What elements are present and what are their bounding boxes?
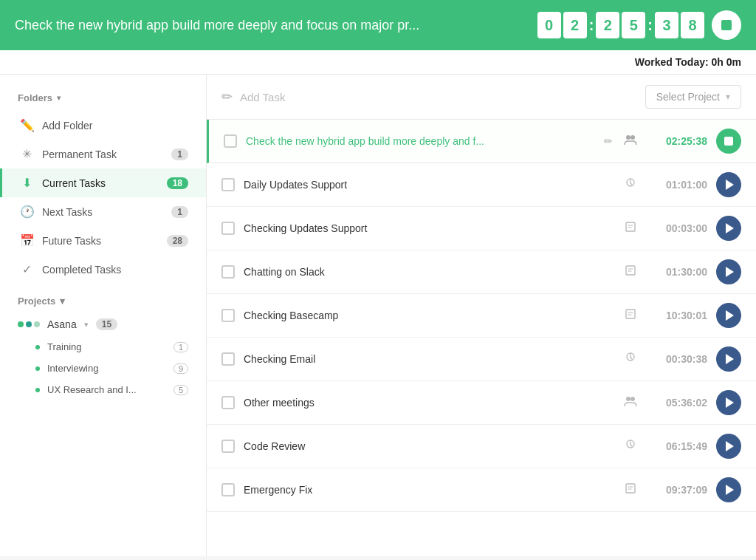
task-type-icon [622, 308, 639, 323]
task-checkbox[interactable] [221, 178, 235, 191]
active-task-checkbox[interactable] [224, 134, 237, 148]
play-button[interactable] [716, 259, 741, 284]
play-button[interactable] [716, 216, 741, 241]
interviewing-label: Interviewing [47, 363, 166, 374]
task-checkbox[interactable] [221, 352, 235, 366]
sidebar-sub-training[interactable]: Training 1 [0, 336, 206, 358]
table-row: Chatting on Slack 01:30:00 [207, 250, 756, 294]
sidebar-sub-interviewing[interactable]: Interviewing 9 [0, 358, 206, 379]
sidebar-item-current-tasks[interactable]: ⬇ Current Tasks 18 [0, 168, 206, 197]
sidebar-item-next-tasks[interactable]: 🕐 Next Tasks 1 [0, 197, 206, 226]
task-type-icon [622, 439, 639, 454]
task-name: Daily Updates Support [244, 179, 613, 191]
select-project-button[interactable]: Select Project ▾ [645, 85, 741, 109]
add-folder-label: Add Folder [42, 120, 188, 132]
folders-chevron-icon: ▾ [57, 94, 61, 102]
folders-label: Folders [18, 92, 52, 103]
active-task-name: Check the new hybrid app build more deep… [246, 135, 595, 147]
sidebar-item-completed-tasks[interactable]: ✓ Completed Tasks [0, 255, 206, 284]
table-row: Emergency Fix 09:37:09 [207, 468, 756, 512]
task-name: Code Review [244, 440, 613, 452]
digit-1: 2 [563, 12, 587, 38]
training-badge: 1 [173, 342, 188, 352]
play-button[interactable] [716, 434, 741, 459]
play-icon [726, 267, 734, 277]
svg-point-5 [626, 397, 630, 401]
task-checkbox[interactable] [221, 483, 235, 496]
main-content: ✏ Add Task Select Project ▾ Check the ne… [207, 75, 756, 556]
next-tasks-icon: 🕐 [20, 205, 33, 219]
task-time: 10:30:01 [648, 310, 707, 321]
task-type-icon [622, 264, 639, 279]
training-dot-icon [35, 345, 40, 349]
completed-tasks-icon: ✓ [20, 262, 33, 276]
task-type-icon [622, 482, 639, 497]
sidebar-item-permanent-task[interactable]: ✳ Permanent Task 1 [0, 140, 206, 168]
play-button[interactable] [716, 346, 741, 372]
sidebar-item-add-folder[interactable]: ✏️ Add Folder [0, 111, 206, 140]
play-icon [726, 485, 734, 495]
play-button[interactable] [716, 477, 741, 502]
table-row: Checking Basecamp 10:30:01 [207, 294, 756, 338]
current-tasks-badge: 18 [167, 177, 188, 189]
permanent-task-icon: ✳ [20, 147, 33, 161]
permanent-task-badge: 1 [171, 148, 188, 160]
current-tasks-label: Current Tasks [42, 177, 158, 189]
digit-4: 3 [655, 12, 678, 38]
projects-section-header: Projects ▾ [0, 284, 206, 313]
next-tasks-badge: 1 [171, 206, 188, 218]
sidebar-sub-ux-research[interactable]: UX Research and I... 5 [0, 379, 206, 400]
worked-today-label: Worked Today: [635, 56, 709, 68]
svg-point-6 [630, 397, 635, 401]
task-checkbox[interactable] [221, 265, 235, 279]
table-row: Code Review 06:15:49 [207, 425, 756, 468]
task-name: Checking Basecamp [244, 310, 613, 321]
task-time: 00:03:00 [648, 222, 707, 234]
task-checkbox[interactable] [221, 396, 235, 409]
task-time: 05:36:02 [648, 397, 707, 409]
svg-point-1 [630, 135, 635, 140]
task-name: Checking Updates Support [244, 222, 613, 234]
add-task-input[interactable]: Add Task [240, 91, 285, 103]
task-time: 06:15:49 [648, 440, 707, 452]
task-checkbox[interactable] [221, 440, 235, 453]
future-tasks-icon: 📅 [20, 233, 33, 247]
task-time: 01:01:00 [648, 179, 707, 191]
digit-2: 2 [596, 12, 619, 38]
play-button[interactable] [716, 390, 741, 415]
stop-button-header[interactable] [712, 10, 741, 40]
table-row: Checking Updates Support 00:03:00 [207, 207, 756, 250]
task-type-icon [622, 177, 639, 192]
table-row: Other meetings 05:36:02 [207, 381, 756, 425]
task-time: 00:30:38 [648, 353, 707, 365]
sidebar-item-future-tasks[interactable]: 📅 Future Tasks 28 [0, 226, 206, 255]
task-toolbar: ✏ Add Task Select Project ▾ [207, 75, 756, 120]
ux-research-label: UX Research and I... [47, 384, 166, 395]
active-task-row: Check the new hybrid app build more deep… [207, 120, 756, 163]
active-task-group-icon [622, 133, 639, 149]
play-icon [726, 310, 734, 321]
projects-label: Projects [18, 296, 55, 307]
sep-2: : [647, 17, 653, 34]
play-button[interactable] [716, 172, 741, 197]
active-task-stop-button[interactable] [716, 129, 741, 154]
task-list: Check the new hybrid app build more deep… [207, 120, 756, 556]
sidebar-item-asana[interactable]: Asana ▾ 15 [0, 313, 206, 336]
task-time: 01:30:00 [648, 266, 707, 278]
current-tasks-icon: ⬇ [20, 176, 33, 190]
timer-digits: 0 2 : 2 5 : 3 8 [537, 12, 704, 38]
pencil-icon: ✏ [221, 89, 233, 105]
asana-chevron-icon: ▾ [84, 320, 89, 329]
active-task-edit-icon[interactable]: ✏ [604, 135, 613, 147]
stop-icon [724, 137, 733, 146]
svg-point-0 [626, 135, 630, 140]
digit-0: 0 [537, 12, 561, 38]
task-checkbox[interactable] [221, 222, 235, 235]
header: Check the new hybrid app build more deep… [0, 0, 756, 50]
add-task-area[interactable]: ✏ Add Task [221, 89, 633, 105]
play-button[interactable] [716, 303, 741, 328]
select-project-chevron-icon: ▾ [726, 92, 730, 102]
play-icon [726, 354, 734, 364]
task-checkbox[interactable] [221, 309, 235, 322]
worked-today-value: 0h 0m [712, 56, 741, 68]
